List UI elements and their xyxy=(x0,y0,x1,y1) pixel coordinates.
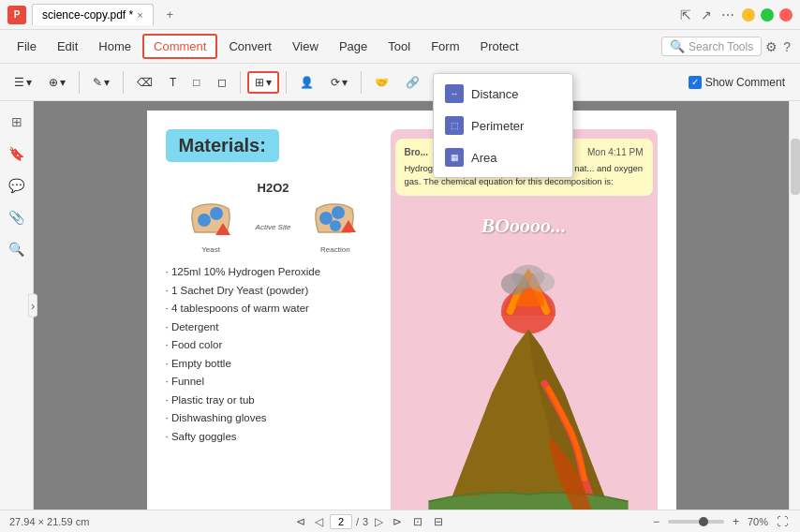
tool-link-btn[interactable]: 🔗 xyxy=(399,72,426,93)
total-pages: 3 xyxy=(363,516,368,527)
svg-point-10 xyxy=(529,272,555,291)
sep3 xyxy=(240,71,241,94)
tool-stamp-btn[interactable]: ⊕ ▾ xyxy=(42,72,72,93)
reaction-label: Reaction xyxy=(309,245,361,254)
menu-tool[interactable]: Tool xyxy=(378,36,420,57)
area-icon: ▦ xyxy=(445,148,464,167)
first-page-btn[interactable]: ⊲ xyxy=(293,514,308,529)
settings-btn[interactable]: ⚙ xyxy=(763,37,779,56)
external-btn[interactable]: ↗ xyxy=(699,6,714,24)
menu-file[interactable]: File xyxy=(7,36,46,57)
boom-text: BOoooo... xyxy=(481,214,566,238)
tool-shape-btn[interactable]: ◻ xyxy=(211,72,233,93)
person-icon: 👤 xyxy=(300,76,314,89)
link-icon: 🔗 xyxy=(406,76,420,89)
select-icon: ☰ xyxy=(14,76,24,89)
menu-view[interactable]: View xyxy=(283,36,328,57)
perimeter-icon: ⬚ xyxy=(445,116,464,135)
mat-10: · Safty goggles xyxy=(166,428,381,447)
sidebar-toggle-btn[interactable]: › xyxy=(28,294,37,318)
title-bar: P science-copy.pdf * × + ⇱ ↗ ⋯ xyxy=(0,0,800,30)
tab-name: science-copy.pdf * xyxy=(42,8,133,22)
help-btn[interactable]: ? xyxy=(781,37,793,56)
file-tab[interactable]: science-copy.pdf * × xyxy=(32,4,154,25)
expand-btn[interactable]: ⇱ xyxy=(678,6,693,24)
sidebar-search-icon[interactable]: 🔍 xyxy=(4,236,30,262)
search-icon: 🔍 xyxy=(670,39,685,53)
show-comment-btn[interactable]: ✓ Show Comment xyxy=(681,73,793,92)
main-area: ⊞ 🔖 💬 📎 🔍 › Materials: H2O2 xyxy=(0,101,800,510)
perimeter-option[interactable]: ⬚ Perimeter xyxy=(434,110,572,141)
pdf-area[interactable]: Materials: H2O2 xyxy=(34,101,789,510)
stamp-icon: ⊕ xyxy=(49,76,58,89)
h2o2-diagram: H2O2 xyxy=(166,181,381,254)
navigation-controls: ⊲ ◁ / 3 ▷ ⊳ xyxy=(293,514,405,529)
zoom-thumb xyxy=(699,517,708,526)
sidebar-pages-icon[interactable]: ⊞ xyxy=(4,109,30,135)
menu-page[interactable]: Page xyxy=(330,36,377,57)
mat-1: · 125ml 10% Hydrogen Peroxide xyxy=(166,263,381,282)
prev-page-btn[interactable]: ◁ xyxy=(312,514,326,529)
stamp-arrow: ▾ xyxy=(60,76,66,89)
svg-point-0 xyxy=(198,214,211,227)
callout-icon: □ xyxy=(193,76,200,89)
sidebar-attachment-icon[interactable]: 📎 xyxy=(4,204,30,230)
status-bar: 27.94 × 21.59 cm ⊲ ◁ / 3 ▷ ⊳ ⊡ ⊟ − + 70%… xyxy=(0,510,800,532)
tool-measure-btn[interactable]: ⊞ ▾ xyxy=(247,71,279,94)
last-page-btn[interactable]: ⊳ xyxy=(390,514,405,529)
page-separator: / xyxy=(356,516,359,527)
measure-icon: ⊞ xyxy=(255,76,264,89)
menu-edit[interactable]: Edit xyxy=(48,36,87,57)
mat-9: · Dishwashing gloves xyxy=(166,409,381,428)
tool-text-btn[interactable]: T xyxy=(163,72,183,93)
zoom-slider[interactable] xyxy=(668,520,724,524)
tab-close-btn[interactable]: × xyxy=(137,9,142,21)
menu-form[interactable]: Form xyxy=(422,36,468,57)
page-left: Materials: H2O2 xyxy=(166,129,391,510)
menu-dots-btn[interactable]: ⋯ xyxy=(719,6,736,24)
maximize-btn[interactable] xyxy=(761,8,774,22)
menu-convert[interactable]: Convert xyxy=(219,36,281,57)
distance-label: Distance xyxy=(471,87,519,101)
sidebar-comment-icon[interactable]: 💬 xyxy=(4,172,30,199)
current-page-input[interactable] xyxy=(330,514,352,529)
tool-share-btn[interactable]: ⟳ ▾ xyxy=(324,72,354,93)
close-btn[interactable] xyxy=(779,8,793,22)
mat-6: · Empty bottle xyxy=(166,355,381,374)
tool-erase-btn[interactable]: ⌫ xyxy=(130,72,159,93)
show-comment-checkbox[interactable]: ✓ xyxy=(689,76,702,89)
menu-home[interactable]: Home xyxy=(89,36,141,57)
zoom-level: 70% xyxy=(748,516,768,527)
share-icon: ⟳ xyxy=(331,76,340,89)
pen-icon: ✎ xyxy=(93,76,102,89)
page-dimensions: 27.94 × 21.59 cm xyxy=(9,516,89,527)
fit-width-btn[interactable]: ⊟ xyxy=(431,514,446,529)
toolbar: ☰ ▾ ⊕ ▾ ✎ ▾ ⌫ T □ ◻ ⊞ ▾ 👤 ⟳ ▾ 🤝 🔗 ⊡ xyxy=(0,64,800,101)
measure-dropdown: ↔ Distance ⬚ Perimeter ▦ Area xyxy=(433,73,573,178)
distance-option[interactable]: ↔ Distance xyxy=(434,78,572,110)
title-bar-controls: ⇱ ↗ ⋯ xyxy=(678,6,793,24)
zoom-in-btn[interactable]: + xyxy=(730,514,742,529)
tool-pen-btn[interactable]: ✎ ▾ xyxy=(86,72,116,93)
menu-protect[interactable]: Protect xyxy=(470,36,527,57)
materials-list: · 125ml 10% Hydrogen Peroxide · 1 Sachet… xyxy=(166,263,381,446)
tool-person-btn[interactable]: 👤 xyxy=(293,72,320,93)
h2o2-label: H2O2 xyxy=(166,181,381,195)
zoom-out-btn[interactable]: − xyxy=(650,514,662,529)
sep2 xyxy=(123,71,124,94)
yeast-molecule: Yeast xyxy=(185,200,237,254)
page-right: Bro... Mon 4:11 PM Hydrogen peroxides ar… xyxy=(391,129,658,510)
tool-select-btn[interactable]: ☰ ▾ xyxy=(7,72,38,93)
tool-handshake-btn[interactable]: 🤝 xyxy=(368,72,395,93)
distance-icon: ↔ xyxy=(445,84,464,103)
sidebar-bookmark-icon[interactable]: 🔖 xyxy=(4,140,30,167)
right-scrollbar[interactable] xyxy=(789,101,800,510)
menu-comment[interactable]: Comment xyxy=(142,34,217,59)
new-tab-btn[interactable]: + xyxy=(159,4,182,25)
fit-page-btn[interactable]: ⊡ xyxy=(410,514,425,529)
fullscreen-btn[interactable]: ⛶ xyxy=(774,514,791,529)
minimize-btn[interactable] xyxy=(742,8,755,22)
tool-callout-btn[interactable]: □ xyxy=(186,72,206,93)
next-page-btn[interactable]: ▷ xyxy=(372,514,386,529)
area-option[interactable]: ▦ Area xyxy=(434,141,572,173)
